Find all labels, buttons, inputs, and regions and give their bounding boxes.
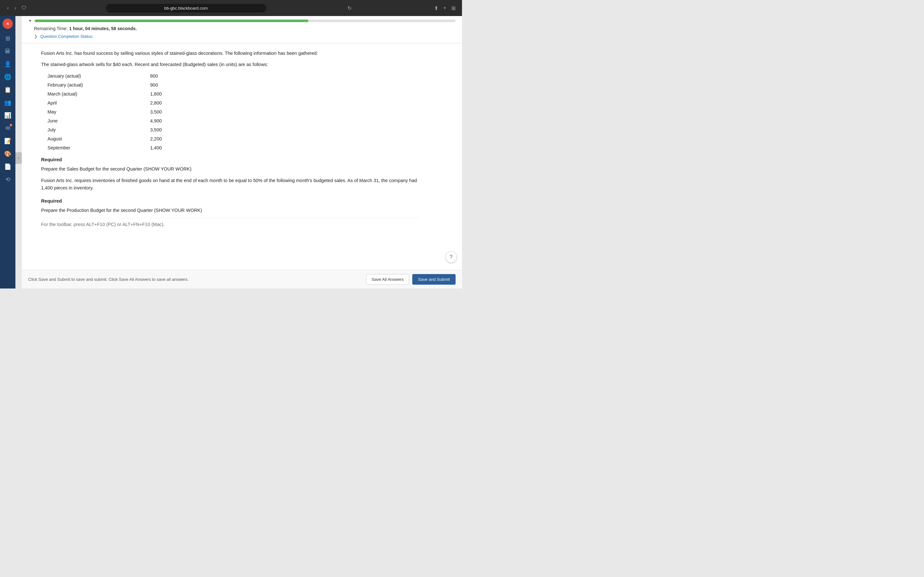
sidebar-item-institution[interactable]: 🏛 [2, 45, 13, 57]
save-and-submit-button[interactable]: Save and Submit [412, 274, 456, 285]
new-tab-button[interactable]: + [442, 4, 447, 13]
sales-amount: 800 [150, 73, 158, 79]
sales-amount: 2,200 [150, 136, 162, 141]
table-row: March (actual) 1,800 [47, 91, 420, 97]
sales-amount: 2,800 [150, 100, 162, 105]
table-row: February (actual) 900 [47, 82, 420, 87]
main-layout: ✕ ⊞ 🏛 👤 🌐 📋 👥 📊 ✉ 9 📝 🎨 📄 ⟲ › ▼ [0, 16, 462, 288]
required-2-text: Prepare the Production Budget for the se… [41, 207, 420, 214]
forward-button[interactable]: › [13, 4, 18, 12]
footer-actions: Save All Answers Save and Submit [366, 274, 456, 285]
sales-amount: 3,500 [150, 109, 162, 114]
table-row: September 1,400 [47, 145, 420, 150]
footer-bar: Click Save and Submit to save and submit… [22, 270, 462, 288]
sidebar-close-button[interactable]: ✕ [3, 19, 13, 29]
browser-nav-buttons: ‹ › [5, 4, 18, 12]
required-1-text: Prepare the Sales Budget for the second … [41, 165, 420, 173]
month-label: June [47, 118, 150, 123]
inventory-note: Fusion Arts Inc. requires inventories of… [41, 177, 420, 192]
sidebar-item-notes[interactable]: 📝 [2, 135, 13, 147]
completion-status[interactable]: Question Completion Status: [40, 34, 93, 39]
sidebar-collapse-button[interactable]: › [15, 152, 22, 164]
address-bar[interactable] [106, 4, 266, 13]
question-content: Fusion Arts Inc. has found success by se… [22, 43, 439, 239]
table-row: April 2,800 [47, 100, 420, 105]
messages-badge: 9 [10, 124, 12, 126]
sales-intro: The stained-glass artwork sells for $40 … [41, 61, 420, 68]
sidebar-item-messages[interactable]: ✉ 9 [2, 122, 13, 134]
table-row: July 3,500 [47, 127, 420, 132]
sidebar-item-profile[interactable]: 👤 [2, 58, 13, 70]
sales-amount: 900 [150, 82, 158, 87]
save-all-answers-button[interactable]: Save All Answers [366, 274, 409, 285]
sidebar-item-groups[interactable]: 👥 [2, 97, 13, 108]
content-area: ▼ Remaining Time: 1 hour, 04 minutes, 58… [22, 16, 462, 288]
month-label: March (actual) [47, 91, 150, 97]
shield-icon: 🛡 [21, 5, 27, 11]
partial-text: For the toolbar, press ALT+F10 (PC) or A… [41, 218, 420, 228]
messages-icon: ✉ [5, 125, 10, 132]
table-row: August 2,200 [47, 136, 420, 141]
required-1-label: Required [41, 157, 420, 162]
progress-bar-fill [35, 19, 309, 22]
sidebar-item-home[interactable]: ⊞ [2, 33, 13, 44]
month-label: April [47, 100, 150, 105]
sidebar-item-back[interactable]: ⟲ [2, 174, 13, 185]
progress-bar-background [35, 19, 456, 22]
sidebar-item-global[interactable]: 🌐 [2, 71, 13, 83]
sidebar-item-tools[interactable]: 🎨 [2, 148, 13, 160]
table-row: June 4,900 [47, 118, 420, 123]
sales-table: January (actual) 800 February (actual) 9… [47, 73, 420, 150]
progress-toggle[interactable]: ▼ [28, 19, 32, 23]
sales-amount: 1,800 [150, 91, 162, 97]
required-2-label: Required [41, 198, 420, 203]
browser-actions: ⬆ + ⊞ [433, 4, 457, 13]
completion-chevron: ❯ [34, 34, 37, 39]
help-button[interactable]: ? [445, 251, 457, 263]
footer-hint: Click Save and Submit to save and submit… [28, 277, 366, 282]
question-intro: Fusion Arts Inc. has found success by se… [41, 50, 420, 57]
sidebar-item-grades[interactable]: 📊 [2, 110, 13, 121]
question-scroll[interactable]: Fusion Arts Inc. has found success by se… [22, 43, 462, 270]
timer-label: Remaining Time: [34, 26, 68, 31]
month-label: September [47, 145, 150, 150]
month-label: August [47, 136, 150, 141]
sidebar-item-documents[interactable]: 📄 [2, 161, 13, 172]
sales-amount: 1,400 [150, 145, 162, 150]
progress-container: ▼ [28, 19, 456, 23]
sales-amount: 4,900 [150, 118, 162, 123]
month-label: July [47, 127, 150, 132]
sidebar: ✕ ⊞ 🏛 👤 🌐 📋 👥 📊 ✉ 9 📝 🎨 📄 ⟲ [0, 16, 15, 288]
table-row: May 3,500 [47, 109, 420, 114]
browser-chrome: ‹ › 🛡 ↻ ⬆ + ⊞ [0, 0, 462, 16]
sales-amount: 3,500 [150, 127, 162, 132]
tabs-button[interactable]: ⊞ [450, 4, 457, 13]
table-row: January (actual) 800 [47, 73, 420, 79]
sidebar-item-content[interactable]: 📋 [2, 84, 13, 95]
month-label: May [47, 109, 150, 114]
share-button[interactable]: ⬆ [433, 4, 439, 13]
timer-value: 1 hour, 04 minutes, 58 seconds. [69, 26, 137, 31]
timer-section: ▼ Remaining Time: 1 hour, 04 minutes, 58… [22, 16, 462, 43]
month-label: February (actual) [47, 82, 150, 87]
reload-button[interactable]: ↻ [346, 4, 354, 13]
back-button[interactable]: ‹ [5, 4, 11, 12]
month-label: January (actual) [47, 73, 150, 79]
